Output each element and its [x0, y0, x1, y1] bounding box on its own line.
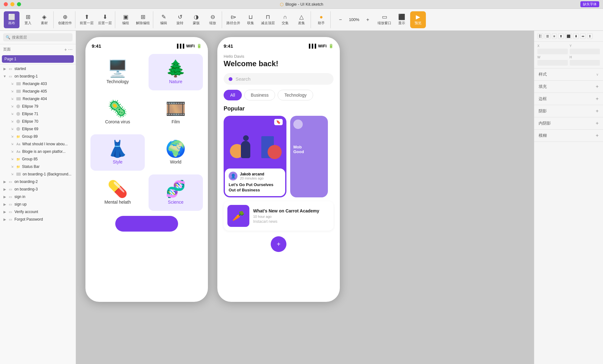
- sidebar-item-group-89[interactable]: ⇲ 📁 Group 89: [0, 133, 76, 140]
- sidebar-item-on-boarding-2[interactable]: ▶ ▭ on boarding-2: [0, 178, 76, 185]
- zoom-minus-button[interactable]: −: [336, 11, 345, 28]
- intersect-button[interactable]: ∩ 交集: [277, 11, 293, 28]
- dist-h-button[interactable]: ⇔: [580, 33, 586, 39]
- add-page-icon[interactable]: +: [64, 47, 67, 52]
- front-button[interactable]: ⬆ 前置一层: [78, 11, 95, 28]
- union-button[interactable]: ⊔ 联集: [243, 11, 258, 28]
- continue-button[interactable]: [115, 216, 178, 232]
- ungroup-button[interactable]: ⊞ 解除编组: [134, 11, 152, 28]
- w-input[interactable]: [537, 60, 568, 66]
- add-blur-button[interactable]: +: [596, 133, 599, 138]
- canvas-button[interactable]: ⬜ 画布: [4, 11, 19, 28]
- wifi-icon: WiFi: [186, 44, 195, 48]
- sidebar-item-ellipse-71[interactable]: ⇲ Ellipse 71: [0, 110, 76, 118]
- rotate-button[interactable]: ↺ 旋转: [172, 11, 188, 28]
- align-left-button[interactable]: ⬱: [537, 33, 543, 39]
- sidebar-item-rect-405[interactable]: ⇲ Rectangle 405: [0, 88, 76, 95]
- text-type-icon: Aa: [16, 142, 20, 146]
- sidebar-item-status-bar[interactable]: ⇲ 📁 Status Bar: [0, 163, 76, 170]
- toolbar-group-assist: ● 助手: [312, 11, 331, 28]
- popular-card-1[interactable]: 🔖 👤 Jakob arcand 20 minutes ago: [224, 116, 286, 197]
- fab-button[interactable]: +: [271, 236, 286, 252]
- sidebar-item-ellipse-69[interactable]: ⇲ Ellipse 69: [0, 125, 76, 133]
- group-button[interactable]: ▣ 编组: [118, 11, 133, 28]
- y-input[interactable]: [570, 49, 600, 54]
- constraint-icon-7: ⇲: [10, 127, 14, 131]
- sidebar-item-forgot-password[interactable]: ▶ ▭ Forgot Password: [0, 216, 76, 223]
- assist-button[interactable]: ● 助手: [313, 11, 329, 28]
- chevron-right-icon-7: ▶: [3, 217, 7, 222]
- search-input[interactable]: [3, 33, 73, 41]
- material-button[interactable]: ◈ 素材: [36, 11, 52, 28]
- category-film[interactable]: 🎞️ Film: [149, 94, 203, 131]
- sidebar-item-verify-account[interactable]: ▶ ▭ Verify account: [0, 208, 76, 216]
- filter-business[interactable]: Business: [244, 90, 275, 100]
- sidebar-item-rect-403[interactable]: ⇲ Rectangle 403: [0, 80, 76, 88]
- category-mental[interactable]: 💊 Mental helath: [90, 174, 145, 211]
- category-world[interactable]: 🌍 World: [149, 134, 203, 171]
- diff-button[interactable]: △ 差集: [294, 11, 309, 28]
- style-chevron[interactable]: ∨: [596, 72, 599, 77]
- align-right-button[interactable]: ≡: [552, 33, 557, 39]
- title-bar: ⬡ Blogie - UI Kit.sketch 缺失字体: [0, 0, 603, 9]
- h-input[interactable]: [570, 60, 600, 66]
- missing-font-badge[interactable]: 缺失字体: [580, 1, 599, 7]
- xy-row: X Y: [537, 44, 600, 54]
- sidebar-item-text-2[interactable]: ⇲ Aa Blogie is an open platfor...: [0, 148, 76, 155]
- sidebar-item-ellipse-70[interactable]: ⇲ Ellipse 70: [0, 118, 76, 125]
- add-shadow-button[interactable]: +: [596, 108, 599, 114]
- add-border-button[interactable]: +: [596, 96, 599, 102]
- category-technology[interactable]: 🖥️ Technology: [90, 54, 145, 90]
- minimize-button[interactable]: [10, 2, 14, 6]
- zoom-button[interactable]: ⊖ 缩放: [205, 11, 220, 28]
- popular-card-2[interactable]: MobGood: [290, 116, 328, 197]
- insert-button[interactable]: ⊞ 置入: [20, 11, 36, 28]
- page-options-icon[interactable]: ⋯: [68, 47, 73, 52]
- sidebar-page-1[interactable]: Page 1: [2, 55, 74, 63]
- subtract-button[interactable]: ⊓ 减去顶层: [259, 11, 277, 28]
- sidebar-item-on-boarding-3[interactable]: ▶ ▭ on boarding-3: [0, 185, 76, 193]
- home-search-bar[interactable]: Search: [224, 73, 334, 85]
- add-fill-button[interactable]: +: [596, 84, 599, 89]
- path-button[interactable]: ⌲ 路径合并: [225, 11, 242, 28]
- sidebar-item-rect-404[interactable]: ⇲ Rectangle 404: [0, 95, 76, 103]
- close-button[interactable]: [4, 2, 8, 6]
- align-top-button[interactable]: ⬆: [558, 33, 564, 39]
- add-inner-shadow-button[interactable]: +: [596, 120, 599, 126]
- constraint-icon-13: ⇲: [10, 173, 14, 176]
- category-nature[interactable]: 🌲 Nature: [149, 54, 203, 90]
- zoom-plus-button[interactable]: +: [363, 11, 372, 28]
- category-style[interactable]: 👗 Style: [90, 134, 145, 171]
- align-bottom-button[interactable]: ⬇: [573, 33, 579, 39]
- shadow-section: 阴影 +: [534, 105, 603, 117]
- category-science[interactable]: 🧬 Science: [149, 174, 203, 211]
- bookmark-btn[interactable]: 🔖: [274, 119, 283, 125]
- align-center-v-button[interactable]: ⬛: [565, 33, 572, 39]
- sidebar-item-sign-in[interactable]: ▶ ▭ sign in: [0, 193, 76, 201]
- sidebar-item-started[interactable]: ▶ ▭ started: [0, 65, 76, 72]
- create-button[interactable]: ⊕ 创建控件: [56, 11, 74, 28]
- sidebar-item-ellipse-79[interactable]: ⇲ Ellipse 79: [0, 103, 76, 110]
- display-button[interactable]: ⬛ 显示: [394, 11, 410, 28]
- sidebar-item-on-boarding-bg[interactable]: ⇲ on boarding-1 (Background...: [0, 170, 76, 178]
- filter-all[interactable]: All: [224, 90, 242, 100]
- edit-button[interactable]: ✎ 编辑: [156, 11, 171, 28]
- divider: [0, 64, 76, 64]
- dist-v-button[interactable]: ⇕: [587, 33, 593, 39]
- filter-technology[interactable]: Technology: [278, 90, 313, 100]
- article-card-1[interactable]: 🥕 What's New on Carrot Academy 10 hour a…: [224, 201, 334, 231]
- sidebar-item-sign-up[interactable]: ▶ ▭ sign up: [0, 201, 76, 208]
- category-corona[interactable]: 🦠 Corona virus: [90, 94, 145, 131]
- wifi-icon-2: WiFi: [318, 44, 327, 48]
- sidebar-item-text-1[interactable]: ⇲ Aa What should I know abou...: [0, 140, 76, 148]
- preview-button[interactable]: ▶ 预览: [410, 11, 426, 28]
- maximize-button[interactable]: [17, 2, 21, 6]
- sidebar-item-on-boarding-1[interactable]: ▼ ▭ on boarding-1: [0, 72, 76, 80]
- mask-button[interactable]: ◑ 蒙版: [188, 11, 204, 28]
- signal-icon-2: ▐▐▐: [307, 44, 316, 48]
- back-button[interactable]: ⬇ 后置一层: [96, 11, 114, 28]
- align-center-h-button[interactable]: ☰: [545, 33, 551, 39]
- sidebar-item-group-85[interactable]: ⇲ 📁 Group 85: [0, 155, 76, 163]
- view-button[interactable]: ▭ 缩放窗口: [376, 11, 393, 28]
- x-input[interactable]: [537, 49, 568, 54]
